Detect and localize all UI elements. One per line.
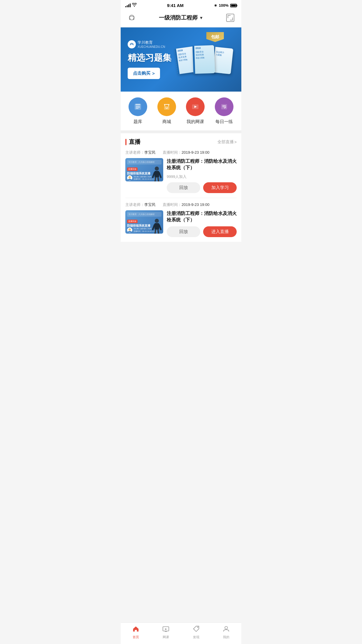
baoyou-badge: 包邮	[206, 32, 224, 42]
live-title-2: 注册消防工程师：消防给水及消火栓系统（下）	[167, 210, 237, 223]
live-thumbnail-1: 学川教育 · 六大核心技能解析 直播回放 防烟排烟系统直播	[125, 158, 163, 181]
banner-logo: 学川教育 XUECHUANEDU.CN	[128, 40, 171, 48]
live-thumb-avatar-2	[127, 228, 132, 233]
scan-icon	[226, 14, 234, 22]
quick-item-wangke[interactable]: 我的网课	[186, 97, 205, 125]
svg-line-26	[155, 230, 156, 234]
live-title-1: 注册消防工程师：消防给水及消火栓系统（下）	[167, 158, 237, 171]
tiku-icon	[129, 97, 147, 116]
live-figure-1	[152, 166, 161, 181]
wangke-label: 我的网课	[187, 119, 204, 125]
live-actions-1: 回放 加入学习	[167, 182, 237, 193]
live-figure-2	[152, 218, 161, 234]
books-container: 2018 消防安全技术实务精选习题集 2018 消防安全技术实务精选习题集 综合…	[173, 46, 234, 74]
svg-rect-8	[164, 106, 169, 110]
svg-rect-4	[136, 104, 140, 105]
live-time-label-2: 直播时间：2019-9-23 19:00	[163, 202, 209, 207]
svg-point-15	[155, 167, 159, 171]
join-button-1[interactable]: 加入学习	[203, 182, 237, 193]
headset-button[interactable]	[126, 13, 137, 23]
banner: 学川教育 XUECHUANEDU.CN 精选习题集 点击购买 > 包邮 2018…	[121, 27, 241, 92]
battery-fill	[231, 5, 236, 6]
status-right: ∗ 100%	[214, 3, 237, 8]
nav-title[interactable]: 一级消防工程师 ▼	[159, 14, 203, 22]
svg-line-20	[158, 177, 159, 181]
live-meta-2: 主讲老师：李宝民 直播时间：2019-9-23 19:00	[125, 202, 237, 207]
section-title: 直播	[129, 138, 140, 146]
wangke-icon	[186, 97, 205, 116]
battery-icon	[230, 4, 237, 7]
live-section: 直播 全部直播 > 主讲老师：李宝民 直播时间：2019-9-23 19:00	[121, 133, 241, 242]
svg-line-19	[155, 177, 156, 181]
svg-line-24	[153, 225, 154, 230]
live-content-1: 学川教育 · 六大核心技能解析 直播回放 防烟排烟系统直播	[125, 158, 237, 193]
replay-button-2[interactable]: 回放	[167, 226, 200, 237]
svg-point-14	[129, 176, 131, 178]
banner-logo-sub: XUECHUANEDU.CN	[138, 45, 165, 48]
svg-line-27	[158, 230, 159, 234]
svg-point-22	[155, 219, 159, 223]
live-thumbnail-2: 学川教育 · 六大核心技能解析 直播回放 防烟排烟系统直播	[125, 210, 163, 234]
section-title-wrap: 直播	[125, 138, 140, 146]
divider-1	[121, 130, 241, 133]
status-bar: 9:41 AM ∗ 100%	[121, 0, 241, 10]
enter-button-2[interactable]: 进入直播	[203, 226, 237, 237]
battery-percent: 100%	[219, 3, 229, 8]
scan-button[interactable]	[225, 13, 236, 23]
quick-item-daily[interactable]: 每日一练	[215, 97, 233, 125]
svg-line-25	[159, 225, 161, 230]
svg-rect-23	[154, 223, 159, 230]
section-more-button[interactable]: 全部直播 >	[217, 139, 237, 145]
wifi-icon	[132, 3, 137, 8]
banner-buy-button[interactable]: 点击购买 >	[128, 68, 160, 79]
live-item-1: 主讲老师：李宝民 直播时间：2019-9-23 19:00 学川教育 · 六大核…	[125, 150, 237, 198]
quick-item-tiku[interactable]: 题库	[129, 97, 147, 125]
live-content-2: 学川教育 · 六大核心技能解析 直播回放 防烟排烟系统直播	[125, 210, 237, 237]
live-thumb-avatar-1	[127, 175, 132, 181]
live-thumb-badge-2: 直播回放	[127, 220, 138, 223]
live-count-1: 9999人加入	[167, 174, 237, 179]
svg-line-17	[153, 173, 154, 177]
section-header: 直播 全部直播 >	[125, 138, 237, 146]
dropdown-arrow-icon: ▼	[199, 15, 203, 20]
svg-point-21	[129, 228, 131, 231]
bluetooth-icon: ∗	[214, 3, 217, 8]
live-meta-1: 主讲老师：李宝民 直播时间：2019-9-23 19:00	[125, 150, 237, 155]
live-thumb-badge-1: 直播回放	[127, 167, 138, 171]
live-info-1: 注册消防工程师：消防给水及消火栓系统（下） 9999人加入 回放 加入学习	[167, 158, 237, 193]
status-time: 9:41 AM	[167, 3, 184, 8]
daily-label: 每日一练	[215, 119, 233, 125]
svg-line-18	[159, 173, 161, 177]
nav-bar: 一级消防工程师 ▼	[121, 10, 241, 27]
quick-menu: 题库 商城 我的网课	[121, 92, 241, 130]
live-item-2: 主讲老师：李宝民 直播时间：2019-9-23 19:00 学川教育 · 六大核…	[125, 202, 237, 242]
live-teacher-label-2: 主讲老师：李宝民	[125, 202, 156, 207]
shangcheng-icon	[157, 97, 176, 116]
shangcheng-label: 商城	[162, 119, 171, 125]
banner-left: 学川教育 XUECHUANEDU.CN 精选习题集 点击购买 >	[128, 40, 171, 79]
signal-icon	[125, 4, 131, 7]
quick-item-shangcheng[interactable]: 商城	[157, 97, 176, 125]
banner-title: 精选习题集	[128, 52, 171, 63]
tiku-label: 题库	[133, 119, 142, 125]
xuechuan-logo-icon	[128, 40, 136, 48]
book-2: 2018 消防安全技术实务精选习题集	[192, 45, 215, 74]
live-time-label-1: 直播时间：2019-9-23 19:00	[163, 150, 209, 155]
daily-icon	[215, 97, 233, 116]
live-info-2: 注册消防工程师：消防给水及消火栓系统（下） 回放 进入直播	[167, 210, 237, 237]
replay-button-1[interactable]: 回放	[167, 182, 200, 193]
live-actions-2: 回放 进入直播	[167, 226, 237, 237]
svg-rect-16	[154, 171, 159, 177]
section-bar-decoration	[125, 139, 126, 145]
banner-logo-name: 学川教育	[138, 40, 165, 45]
status-left	[125, 3, 137, 8]
live-teacher-label-1: 主讲老师：李宝民	[125, 150, 156, 155]
